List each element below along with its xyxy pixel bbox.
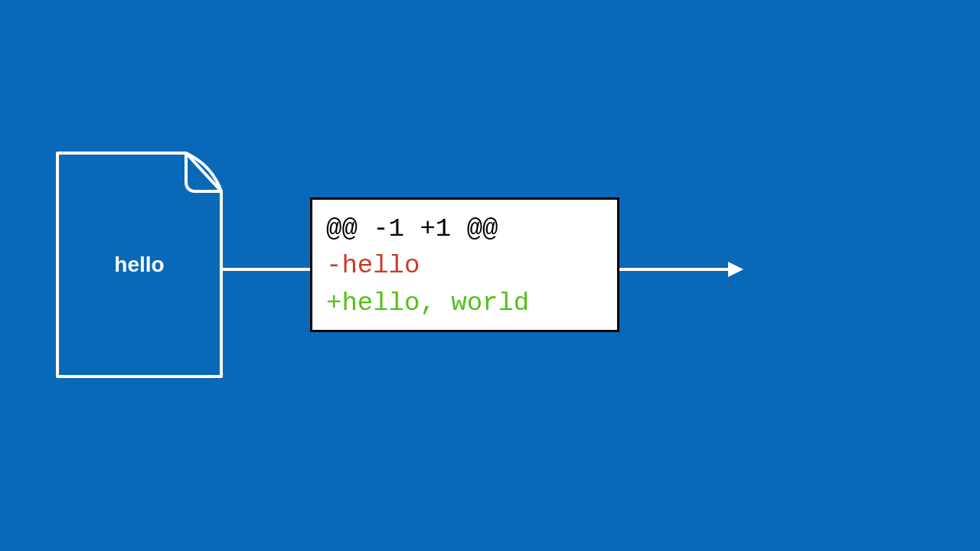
arrow-segment-2	[619, 268, 743, 271]
diff-box: @@ -1 +1 @@ -hello +hello, world	[310, 197, 619, 332]
arrow-segment-1	[223, 268, 310, 271]
file-label-text: hello	[114, 253, 164, 277]
diff-added-line: +hello, world	[326, 285, 603, 321]
file-label: hello	[56, 152, 223, 378]
diff-hunk-header: @@ -1 +1 @@	[326, 210, 603, 247]
diagram-canvas: hello @@ -1 +1 @@ -hello +hello, world	[0, 0, 980, 551]
diff-removed-line: -hello	[326, 247, 603, 284]
arrow-head-icon	[728, 262, 743, 277]
arrow-line	[619, 268, 730, 271]
